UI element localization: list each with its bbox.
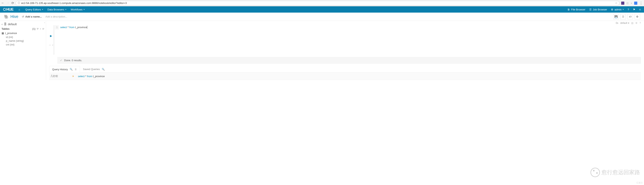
tab-query-history[interactable]: Query History 🔍 🗑 [49, 66, 80, 72]
job-browser-link[interactable]: ☰Job Browser [589, 8, 607, 11]
help-icon[interactable]: ? [628, 8, 629, 11]
extension-icons: ▥ ● ⋮ [621, 1, 643, 5]
database-name: default [8, 22, 17, 26]
app-name: Hive [10, 14, 18, 19]
bookmark-star-icon[interactable]: ☆ [615, 2, 618, 4]
database-icon: 🗄 [4, 22, 7, 26]
hue-logo[interactable]: HUE [3, 8, 14, 12]
editor-meta: 0s default ▾ ▤ ⚙ ? [46, 21, 644, 25]
extension-icon[interactable] [634, 2, 637, 5]
hive-icon: 🐘 [4, 14, 9, 19]
settings-button[interactable]: ⚙ [634, 14, 640, 20]
browser-nav: ← → ⟳ [1, 1, 14, 5]
sub-header: 🐘 Hive ↺ Add a name... Add a description… [0, 12, 644, 21]
search-icon[interactable]: 🔍 [102, 68, 105, 71]
main-area: ‹ ‹ 🗄 default Tables (1) ⧩ + ⟳ ▦ t_provi… [0, 21, 644, 80]
status-text: Done. 0 results. [64, 59, 82, 62]
tabs-row: Query History 🔍 🗑 Saved Queries 🔍 [49, 66, 641, 72]
extension-icon[interactable]: ● [630, 2, 632, 4]
header-right: 🗎File Browser ☰Job Browser ⚙admin▾ ? ⚑ ⎋ [568, 8, 641, 11]
new-button[interactable]: 🗋 [620, 14, 626, 20]
editor-gutter: ▶ ⛬ ▾ [48, 25, 54, 55]
history-row[interactable]: 几秒前 ✈ select * from t_province [49, 72, 641, 80]
save-button[interactable]: 💾 [613, 14, 619, 20]
refresh-icon[interactable]: ⟳ [42, 28, 44, 30]
chevron-down-icon: ▾ [84, 8, 85, 10]
run-button[interactable]: ▶ [50, 34, 52, 38]
chevron-down-icon: ▾ [623, 8, 624, 10]
tags-button[interactable]: 🏷 [628, 14, 633, 20]
extension-icon[interactable]: ▥ [626, 2, 629, 4]
clear-icon[interactable]: 🗑 [74, 68, 77, 71]
editor-area: ▶ ⛬ ▾ 1 select * from t_province [46, 25, 644, 55]
table-name: t_province [5, 32, 17, 35]
file-icon: 🗎 [568, 8, 570, 11]
gear-icon: ⚙ [611, 8, 613, 11]
undo-icon[interactable]: ↺ [22, 15, 24, 18]
line-number: 1 [55, 25, 59, 30]
elapsed-time: 0s [616, 22, 618, 24]
sidebar: ‹ ‹ 🗄 default Tables (1) ⧩ + ⟳ ▦ t_provi… [0, 21, 46, 80]
add-description-input[interactable]: Add a description... [46, 15, 67, 18]
history-sql: select * from t_province [78, 75, 105, 78]
forward-button[interactable]: → [6, 1, 10, 5]
format-icon[interactable]: ▤ [631, 22, 633, 24]
help-icon[interactable]: ? [640, 22, 641, 24]
home-icon[interactable]: ⌂ [18, 8, 21, 11]
logout-icon[interactable]: ⎋ [639, 8, 641, 11]
browser-menu-icon[interactable]: ⋮ [639, 1, 643, 5]
url-bar[interactable]: ⓘ ec2-54-169-71-135.ap-southeast-1.compu… [16, 1, 620, 6]
admin-menu[interactable]: ⚙admin▾ [611, 8, 624, 11]
table-item[interactable]: ▦ t_province [1, 31, 45, 35]
nav-workflows[interactable]: Workflows▾ [71, 8, 85, 11]
nav-query-editors[interactable]: Query Editors▾ [26, 8, 43, 11]
explain-button[interactable]: ⛬ ▾ [48, 43, 54, 46]
file-browser-link[interactable]: 🗎File Browser [568, 8, 585, 11]
reload-button[interactable]: ⟳ [12, 1, 14, 5]
tab-saved-queries[interactable]: Saved Queries 🔍 [80, 66, 108, 72]
pin-icon[interactable]: ✈ [72, 75, 78, 78]
flag-icon[interactable]: ⚑ [633, 8, 635, 11]
search-icon[interactable]: 🔍 [70, 68, 73, 71]
tables-label: Tables [2, 27, 10, 30]
list-icon: ☰ [589, 8, 592, 11]
chevron-down-icon: ▾ [65, 8, 66, 10]
browser-chrome: ← → ⟳ ⓘ ec2-54-169-71-135.ap-southeast-1… [0, 0, 644, 6]
app-title: 🐘 Hive [4, 14, 18, 19]
database-selector[interactable]: ‹ 🗄 default [1, 22, 45, 26]
table-icon: ▦ [2, 32, 4, 35]
extension-icon[interactable] [621, 2, 624, 5]
column-item[interactable]: p_name (string) [1, 39, 45, 43]
code-line: 1 select * from t_province [55, 25, 641, 30]
info-icon[interactable]: ⓘ [18, 2, 20, 5]
back-button[interactable]: ← [1, 1, 4, 5]
nav-data-browsers[interactable]: Data Browsers▾ [48, 8, 66, 11]
add-name-input[interactable]: ↺ Add a name... [22, 15, 42, 18]
content-area: 0s default ▾ ▤ ⚙ ? ▶ ⛬ ▾ 1 select * from… [46, 21, 644, 80]
hue-header: HUE ⌂ Query Editors▾ Data Browsers▾ Work… [0, 6, 644, 12]
logo-ring-icon [3, 8, 6, 11]
sidebar-collapse-icon[interactable]: ‹ [44, 21, 45, 24]
url-text: ec2-54-169-71-135.ap-southeast-1.compute… [21, 2, 614, 4]
filter-icon[interactable]: ⧩ [36, 28, 38, 30]
tables-header: Tables (1) ⧩ + ⟳ [1, 26, 45, 31]
code-text: select * from t_province [59, 25, 87, 30]
history-time: 几秒前 [50, 74, 72, 78]
chevron-down-icon: ▾ [42, 8, 43, 10]
status-bar: ✓ Done. 0 results. [58, 57, 641, 64]
column-item[interactable]: cnt (int) [1, 43, 45, 46]
add-icon[interactable]: + [40, 28, 41, 30]
gear-icon[interactable]: ⚙ [635, 22, 638, 24]
sql-editor[interactable]: 1 select * from t_province [54, 25, 641, 55]
database-dropdown[interactable]: default ▾ [620, 22, 629, 24]
sub-header-actions: 💾 🗋 🏷 ⚙ [613, 14, 640, 20]
tables-count: (1) [32, 27, 36, 30]
chevron-left-icon: ‹ [2, 22, 2, 26]
column-item[interactable]: id (int) [1, 35, 45, 39]
chevron-down-icon: ▾ [628, 22, 629, 24]
check-icon: ✓ [60, 59, 62, 62]
